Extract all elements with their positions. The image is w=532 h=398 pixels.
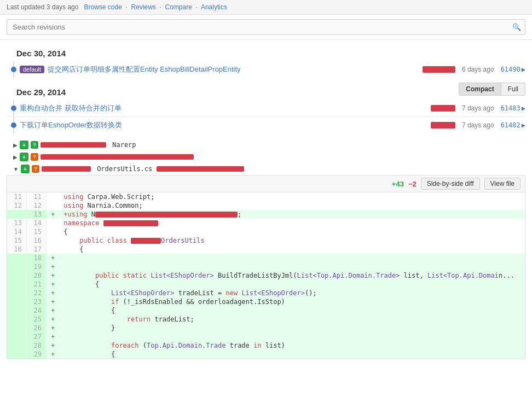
file-tree-item-0[interactable]: ▶ + ? Narerp xyxy=(7,139,525,151)
marker-23: + xyxy=(47,297,60,306)
commit-time-61482: 7 days ago xyxy=(462,121,494,129)
date-heading-dec29: Dec 29, 2014 xyxy=(7,83,525,100)
author-redacted xyxy=(423,66,455,73)
commit-message-link[interactable]: 提交网店订单明细多属性配置Entity EshopBillDetailPropE… xyxy=(48,65,423,74)
commit-time: 6 days ago xyxy=(462,66,494,73)
marker-28: + xyxy=(47,341,60,350)
old-line-28 xyxy=(7,341,27,350)
compare-link[interactable]: Compare xyxy=(165,3,192,11)
side-by-side-button[interactable]: Side-by-side diff xyxy=(421,178,480,190)
file-tree-item-1[interactable]: ▶ + ? xyxy=(7,151,525,163)
added-icon-0: + xyxy=(20,141,28,149)
diff-line-27: 27 + xyxy=(7,332,525,341)
code-25: return tradeList; xyxy=(59,315,525,324)
added-icon-1: + xyxy=(20,153,28,161)
diff-line-20: 20 + public static List<EShopOrder> Buil… xyxy=(7,271,525,280)
new-line-13: 13 xyxy=(27,210,47,219)
code-16: public class OrdersUtils xyxy=(59,236,525,245)
diff-stats-bar: +43 −2 Side-by-side diff View file xyxy=(7,175,525,192)
reviews-link[interactable]: Reviews xyxy=(131,3,156,11)
date-group-dec29: Dec 29, 2014 重构自动合并 获取待合并的订单 7 days ago … xyxy=(7,83,525,133)
old-line-29 xyxy=(7,350,27,359)
old-line-26 xyxy=(7,324,27,332)
commit-message-link-61483[interactable]: 重构自动合并 获取待合并的订单 xyxy=(20,103,431,113)
new-line-16: 16 xyxy=(27,236,47,245)
marker-11 xyxy=(47,192,60,202)
new-line-24: 24 xyxy=(27,306,47,315)
marker-20: + xyxy=(47,271,60,280)
code-26: } xyxy=(59,324,525,332)
code-22: List<EShopOrder> tradeList = new List<ES… xyxy=(59,289,525,297)
last-updated-text: Last updated 3 days ago xyxy=(7,3,78,11)
code-27 xyxy=(59,332,525,341)
browse-code-link[interactable]: Browse code xyxy=(84,3,122,11)
tree-arrow-2: ▼ xyxy=(13,166,19,172)
commit-sha-link[interactable]: 61490▶ xyxy=(501,66,525,73)
code-29: { xyxy=(59,350,525,359)
marker-27: + xyxy=(47,332,60,341)
marker-13: + xyxy=(47,210,60,219)
diff-line-13: 13 + +using N ; xyxy=(7,210,525,219)
commit-list-dec30: default 提交网店订单明细多属性配置Entity EshopBillDet… xyxy=(7,61,525,78)
timeline-dot-2 xyxy=(11,106,16,111)
old-line-24 xyxy=(7,306,27,315)
old-line-14: 13 xyxy=(7,219,27,227)
diff-removed-count: −2 xyxy=(408,180,417,188)
search-bar: 🔍 xyxy=(0,15,532,40)
commit-list-dec29: 重构自动合并 获取待合并的订单 7 days ago 61483▶ 下载订单Es… xyxy=(7,100,525,133)
new-line-12: 12 xyxy=(27,201,47,210)
diff-line-23: 23 + if (!_isRdsEnabled && orderloadagen… xyxy=(7,297,525,306)
modified-icon-2: ? xyxy=(32,165,39,173)
old-line-21 xyxy=(7,280,27,289)
commits-container: Dec 30, 2014 default 提交网店订单明细多属性配置Entity… xyxy=(0,40,532,133)
new-line-25: 25 xyxy=(27,315,47,324)
old-line-15: 14 xyxy=(7,227,27,236)
new-line-21: 21 xyxy=(27,280,47,289)
added-icon-0b: ? xyxy=(31,141,38,149)
timeline-dot xyxy=(11,67,16,72)
diff-line-17: 16 17 { xyxy=(7,245,525,254)
commit-item-61483: 重构自动合并 获取待合并的订单 7 days ago 61483▶ xyxy=(7,100,525,117)
code-17: { xyxy=(59,245,525,254)
author-redacted-3 xyxy=(431,122,455,128)
marker-24: + xyxy=(47,306,60,315)
date-group-dec30: Dec 30, 2014 default 提交网店订单明细多属性配置Entity… xyxy=(7,44,525,78)
file-path-redacted-2 xyxy=(42,166,91,172)
diff-line-22: 22 + List<EShopOrder> tradeList = new Li… xyxy=(7,289,525,297)
old-line-17: 16 xyxy=(7,245,27,254)
diff-line-24: 24 + { xyxy=(7,306,525,315)
new-line-26: 26 xyxy=(27,324,47,332)
commit-sha-link-61483[interactable]: 61483▶ xyxy=(501,104,525,112)
old-line-25 xyxy=(7,315,27,324)
old-line-13 xyxy=(7,210,27,219)
file-tree-item-2[interactable]: ▼ + ? OrdersUtils.cs xyxy=(7,163,525,175)
code-15: { xyxy=(59,227,525,236)
modified-icon-1: ? xyxy=(31,153,38,161)
added-icon-2: + xyxy=(21,165,30,173)
old-line-16: 15 xyxy=(7,236,27,245)
code-21: { xyxy=(59,280,525,289)
code-20: public static List<EShopOrder> BuildTrad… xyxy=(59,271,525,280)
view-file-button[interactable]: View file xyxy=(484,178,521,190)
marker-15 xyxy=(47,227,60,236)
new-line-11: 11 xyxy=(27,192,47,202)
marker-12 xyxy=(47,201,60,210)
commit-sha-link-61482[interactable]: 61482▶ xyxy=(501,121,525,129)
commit-item-61482: 下载订单EshopOrder数据转换类 7 days ago 61482▶ xyxy=(7,117,525,133)
code-diff-table: 11 11 using Carpa.Web.Script; 12 12 usin… xyxy=(7,192,525,359)
analytics-link[interactable]: Analytics xyxy=(201,3,227,11)
file-name-0: Narerp xyxy=(108,141,136,149)
code-23: if (!_isRdsEnabled && orderloadagent.IsS… xyxy=(59,297,525,306)
new-line-17: 17 xyxy=(27,245,47,254)
commit-message-link-61482[interactable]: 下载订单EshopOrder数据转换类 xyxy=(20,120,431,130)
marker-19: + xyxy=(47,262,60,271)
commit-badge: default xyxy=(20,66,44,73)
date-heading-dec30: Dec 30, 2014 xyxy=(7,44,525,61)
marker-25: + xyxy=(47,315,60,324)
old-line-11: 11 xyxy=(7,192,27,202)
search-input[interactable] xyxy=(7,19,525,35)
diff-line-12: 12 12 using Narnia.Common; xyxy=(7,201,525,210)
search-icon: 🔍 xyxy=(512,23,521,31)
new-line-23: 23 xyxy=(27,297,47,306)
old-line-18 xyxy=(7,254,27,262)
